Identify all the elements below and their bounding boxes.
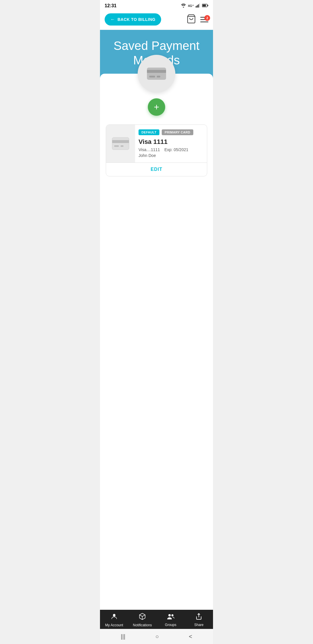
svg-rect-10	[147, 70, 166, 73]
share-icon	[195, 613, 202, 622]
my-account-label: My Account	[105, 623, 123, 627]
home-button[interactable]: ○	[155, 633, 159, 640]
svg-rect-6	[203, 4, 206, 6]
card-details: DEFAULT PRIMARY CARD Visa 1111 Visa....1…	[135, 125, 207, 162]
svg-rect-15	[114, 145, 119, 147]
svg-rect-1	[196, 6, 196, 8]
bottom-nav: My Account Notifications Groups	[100, 610, 213, 629]
card-name: Visa 1111	[139, 138, 202, 146]
recent-apps-button[interactable]: |||	[121, 633, 125, 640]
card-number: Visa....1111	[139, 147, 160, 152]
svg-rect-2	[197, 5, 198, 8]
groups-icon	[167, 613, 175, 622]
back-system-button[interactable]: <	[189, 633, 192, 640]
status-bar: 12:31 4G⁺	[100, 0, 213, 10]
menu-icon-wrap[interactable]: 2	[200, 17, 208, 22]
cart-icon	[186, 14, 196, 24]
svg-rect-14	[112, 140, 129, 143]
svg-point-20	[171, 614, 173, 616]
payment-card-item: DEFAULT PRIMARY CARD Visa 1111 Visa....1…	[106, 124, 207, 176]
svg-rect-3	[198, 4, 199, 8]
notification-badge: 2	[204, 15, 210, 21]
share-label: Share	[194, 623, 203, 627]
svg-point-0	[183, 7, 184, 8]
svg-rect-4	[199, 3, 200, 8]
card-badges: DEFAULT PRIMARY CARD	[139, 129, 202, 135]
svg-rect-12	[157, 76, 160, 77]
nav-item-share[interactable]: Share	[189, 613, 209, 627]
svg-point-17	[113, 614, 115, 616]
notifications-label: Notifications	[133, 623, 152, 627]
svg-rect-7	[208, 5, 208, 6]
card-edit-row: EDIT	[106, 162, 207, 176]
card-holder: John Doe	[139, 153, 202, 158]
lte-icon: 4G⁺	[188, 4, 194, 8]
add-icon: +	[154, 102, 159, 112]
nav-item-my-account[interactable]: My Account	[104, 613, 124, 627]
nav-icons: 2	[186, 14, 208, 25]
notifications-icon	[139, 613, 146, 622]
badge-primary: PRIMARY CARD	[162, 129, 193, 135]
svg-rect-9	[147, 68, 166, 80]
back-button-label: BACK TO BILLING	[118, 17, 156, 22]
back-arrow-icon: ←	[110, 17, 115, 22]
top-nav: ← BACK TO BILLING 2	[100, 10, 213, 30]
svg-rect-16	[121, 145, 123, 147]
badge-default: DEFAULT	[139, 129, 159, 135]
signal-icon	[196, 3, 200, 8]
system-nav: ||| ○ <	[100, 629, 213, 644]
status-time: 12:31	[105, 3, 117, 8]
nav-item-groups[interactable]: Groups	[161, 613, 181, 627]
svg-rect-11	[149, 76, 155, 77]
add-payment-button[interactable]: +	[148, 98, 165, 116]
card-number-exp: Visa....1111 Exp: 05/2021	[139, 147, 202, 152]
my-account-icon	[110, 613, 118, 622]
payment-card-content: DEFAULT PRIMARY CARD Visa 1111 Visa....1…	[106, 125, 207, 162]
nav-item-notifications[interactable]: Notifications	[132, 613, 152, 627]
groups-label: Groups	[165, 623, 176, 627]
card-thumbnail-icon	[112, 137, 129, 150]
status-icons: 4G⁺	[181, 3, 208, 8]
card-expiry: Exp: 05/2021	[164, 147, 188, 152]
svg-rect-13	[112, 138, 129, 150]
wifi-icon	[181, 3, 186, 8]
back-to-billing-button[interactable]: ← BACK TO BILLING	[105, 13, 161, 26]
card-section: + DEFAULT PRIMARY CARD Visa 1111 Visa	[100, 74, 213, 610]
svg-point-19	[168, 614, 171, 616]
cart-icon-wrap[interactable]	[186, 14, 196, 25]
card-thumbnail	[106, 125, 135, 162]
edit-button[interactable]: EDIT	[151, 167, 162, 172]
card-icon-circle	[138, 55, 175, 93]
credit-card-large-icon	[146, 66, 167, 81]
battery-icon	[202, 4, 208, 8]
